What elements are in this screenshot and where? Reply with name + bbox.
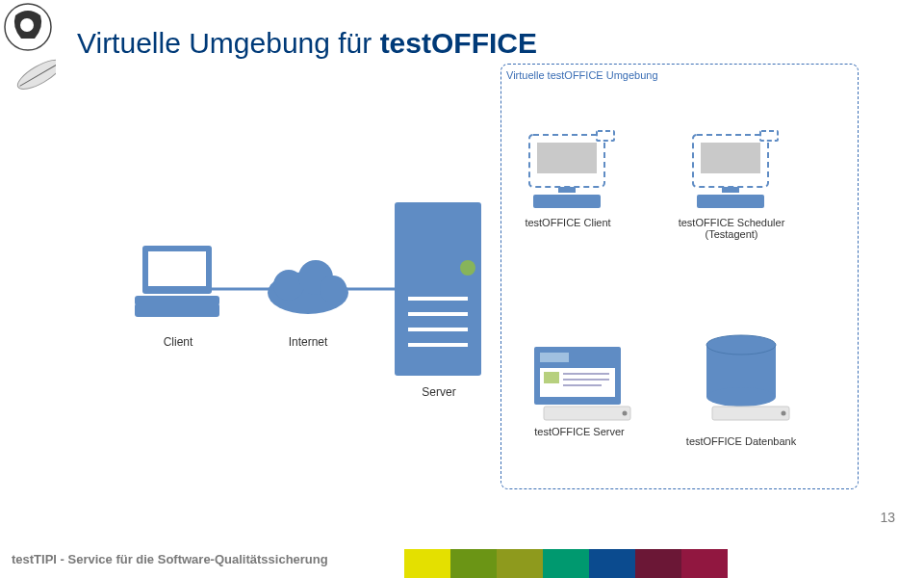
server-label: Server	[372, 385, 506, 399]
env-label: Virtuelle testOFFICE Umgebung	[506, 69, 699, 81]
page-title: Virtuelle Umgebung für testOFFICE	[77, 27, 537, 60]
svg-point-2	[13, 55, 56, 95]
title-prefix: Virtuelle Umgebung für	[77, 27, 380, 59]
swatch	[635, 549, 681, 578]
svg-rect-10	[135, 303, 219, 317]
testagent-label: (Testagent)	[664, 228, 799, 240]
swatch	[450, 549, 497, 578]
swatch	[681, 549, 728, 578]
client-label: Client	[111, 335, 245, 349]
title-bold: testOFFICE	[380, 27, 537, 59]
swatch	[497, 549, 543, 578]
to-client-label: testOFFICE Client	[500, 217, 635, 228]
svg-point-1	[20, 18, 34, 32]
color-swatches	[404, 549, 728, 578]
sidebar	[0, 0, 56, 578]
to-scheduler-label: testOFFICE Scheduler	[664, 217, 799, 228]
swatch	[404, 549, 450, 578]
internet-label: Internet	[241, 335, 375, 349]
svg-point-16	[460, 260, 475, 276]
svg-rect-15	[395, 202, 481, 376]
to-server-label: testOFFICE Server	[512, 426, 647, 437]
to-db-label: testOFFICE Datenbank	[674, 435, 808, 447]
swatch	[589, 549, 635, 578]
swatch	[543, 549, 589, 578]
diagram-canvas: Virtuelle testOFFICE Umgebung Client Int…	[77, 58, 895, 501]
svg-point-14	[320, 276, 346, 302]
svg-rect-8	[148, 251, 206, 286]
page-number: 13	[880, 510, 895, 525]
footer-text: testTIPI - Service für die Software-Qual…	[12, 552, 328, 566]
